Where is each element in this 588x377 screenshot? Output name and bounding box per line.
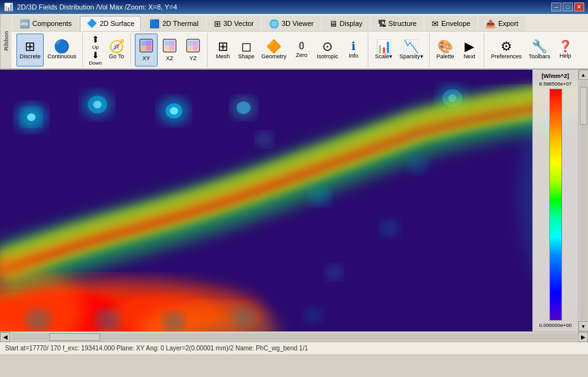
toolbars-button[interactable]: 🔧 Toolbars: [525, 34, 553, 67]
isotropic-button[interactable]: ⊙ Isotropic: [314, 34, 342, 67]
up-button[interactable]: ⬆ Up: [87, 35, 104, 50]
svg-rect-9: [170, 46, 175, 51]
svg-point-50: [26, 309, 51, 331]
scale-sparsity-group: 📊 Scale▾ 📉 Sparsity▾: [370, 33, 430, 67]
palette-button[interactable]: 🎨 Palette: [434, 34, 458, 67]
svg-point-44: [326, 265, 342, 280]
up-down-pair: ⬆ Up ⬇ Down: [87, 35, 104, 66]
svg-rect-8: [165, 46, 170, 51]
xz-icon: [163, 39, 177, 54]
hscroll-right-button[interactable]: ▶: [578, 332, 588, 342]
envelope-icon: ✉: [432, 19, 439, 29]
ribbon-container: Ribbon 🔤 Components 🔷 2D Surface 🟦 2D Th…: [0, 14, 588, 70]
svg-point-52: [163, 312, 185, 331]
scale-icon: 📊: [376, 40, 392, 53]
view-type-group: ⊞ Discrete 🔵 Continuous: [14, 33, 83, 67]
tab-row: 🔤 Components 🔷 2D Surface 🟦 2D Thermal ⊞…: [11, 14, 588, 32]
svg-point-22: [93, 101, 101, 108]
xz-button[interactable]: XZ: [158, 34, 181, 67]
palette-icon: 🎨: [437, 40, 453, 53]
mesh-icon: ⊞: [218, 40, 228, 53]
colorbar-overlay: [W/mm^2] 8.588506e+07 0.000000e+00: [532, 70, 578, 331]
structure-icon: 🏗: [378, 19, 386, 29]
prefs-group: ⚙ Preferences 🔧 Toolbars ❓ Help: [485, 33, 580, 67]
goto-button[interactable]: 🧭 Go To: [105, 34, 128, 67]
horizontal-scrollbar[interactable]: ◀ ▶: [0, 331, 588, 342]
titlebar: 📊 2D/3D Fields Distribution /Vol Max /Zo…: [0, 0, 588, 14]
svg-point-19: [27, 113, 35, 121]
svg-point-51: [96, 309, 121, 331]
yz-icon: [186, 39, 200, 54]
vscroll-track: [580, 80, 587, 321]
xy-button[interactable]: XY: [135, 34, 158, 67]
tab-structure[interactable]: 🏗 Structure: [371, 16, 424, 31]
svg-rect-3: [141, 46, 146, 51]
svg-rect-6: [165, 41, 170, 46]
shape-button[interactable]: ◻ Shape: [235, 34, 258, 67]
shape-icon: ◻: [241, 40, 252, 53]
minimize-button[interactable]: ─: [551, 3, 561, 11]
titlebar-controls: ─ □ ✕: [551, 3, 584, 11]
tab-3dviewer[interactable]: 🌐 3D Viewer: [262, 16, 321, 31]
discrete-icon: ⊞: [25, 40, 35, 53]
tab-2dsurface[interactable]: 🔷 2D Surface: [80, 16, 141, 31]
export-icon: 📤: [485, 19, 496, 29]
help-button[interactable]: ❓ Help: [554, 34, 577, 67]
isotropic-icon: ⊙: [322, 40, 333, 53]
toolbar-row: ⊞ Discrete 🔵 Continuous ⬆ Up ⬇: [11, 32, 588, 68]
sparsity-icon: 📉: [403, 40, 419, 53]
hscroll-thumb[interactable]: [49, 333, 100, 341]
main-area: [W/mm^2] 8.588506e+07 0.000000e+00 ▲ ▼: [0, 70, 588, 331]
display-icon: 🖥: [329, 19, 337, 29]
mesh-button[interactable]: ⊞ Mesh: [211, 34, 234, 67]
hscroll-left-button[interactable]: ◀: [0, 332, 10, 342]
colorbar-unit: [W/mm^2]: [542, 73, 569, 79]
ribbon-side-label[interactable]: Ribbon: [0, 14, 11, 68]
colorbar-max-value: 8.588506e+07: [539, 81, 572, 87]
zero-button[interactable]: 0 Zero: [291, 34, 313, 67]
visualization-container[interactable]: [W/mm^2] 8.588506e+07 0.000000e+00 ▲ ▼: [0, 70, 588, 331]
xy-icon: [139, 39, 153, 54]
down-button[interactable]: ⬇ Down: [87, 51, 104, 66]
discrete-button[interactable]: ⊞ Discrete: [16, 34, 44, 67]
continuous-button[interactable]: 🔵 Continuous: [44, 34, 80, 67]
tab-display[interactable]: 🖥 Display: [322, 16, 370, 31]
svg-rect-13: [188, 46, 193, 51]
maximize-button[interactable]: □: [563, 3, 573, 11]
window-title: 2D/3D Fields Distribution /Vol Max /Zoom…: [13, 3, 551, 11]
tab-export[interactable]: 📤 Export: [479, 16, 525, 31]
direction-group: ⬆ Up ⬇ Down 🧭 Go To: [84, 33, 131, 67]
next-button[interactable]: ▶ Next: [458, 34, 481, 67]
vertical-scrollbar[interactable]: ▲ ▼: [578, 70, 588, 331]
toolbars-icon: 🔧: [532, 40, 547, 53]
tab-envelope[interactable]: ✉ Envelope: [425, 16, 477, 31]
display-opts-group: ⊞ Mesh ◻ Shape 🔶 Geometry 0 Zero ⊙ Is: [209, 33, 368, 67]
vscroll-up-button[interactable]: ▲: [579, 70, 589, 80]
svg-point-25: [170, 107, 178, 115]
svg-point-53: [232, 307, 254, 327]
help-icon: ❓: [558, 41, 572, 52]
tab-components[interactable]: 🔤 Components: [13, 16, 78, 31]
plane-group: XY XZ YZ: [132, 33, 208, 67]
app-icon: 📊: [4, 3, 13, 11]
svg-point-54: [303, 307, 323, 324]
tab-2dthermal[interactable]: 🟦 2D Thermal: [142, 16, 205, 31]
svg-point-43: [256, 132, 273, 147]
svg-rect-1: [141, 41, 146, 46]
status-text: Start at=17770/ 170 f_exc: 193414.000 Pl…: [5, 345, 308, 352]
preferences-button[interactable]: ⚙ Preferences: [488, 34, 525, 67]
scale-button[interactable]: 📊 Scale▾: [372, 34, 396, 67]
close-button[interactable]: ✕: [574, 3, 584, 11]
tab-3dvector[interactable]: ⊞ 3D Vector: [207, 16, 261, 31]
info-button[interactable]: ℹ Info: [342, 34, 365, 67]
yz-button[interactable]: YZ: [182, 34, 204, 67]
vscroll-thumb[interactable]: [580, 87, 587, 125]
svg-point-27: [237, 101, 251, 114]
sparsity-button[interactable]: 📉 Sparsity▾: [396, 34, 427, 67]
geometry-button[interactable]: 🔶 Geometry: [258, 34, 290, 67]
vscroll-down-button[interactable]: ▼: [579, 321, 589, 331]
heatmap-visualization: [0, 70, 588, 331]
svg-rect-14: [193, 46, 198, 51]
down-icon: ⬇: [92, 50, 99, 60]
svg-rect-11: [188, 41, 193, 46]
